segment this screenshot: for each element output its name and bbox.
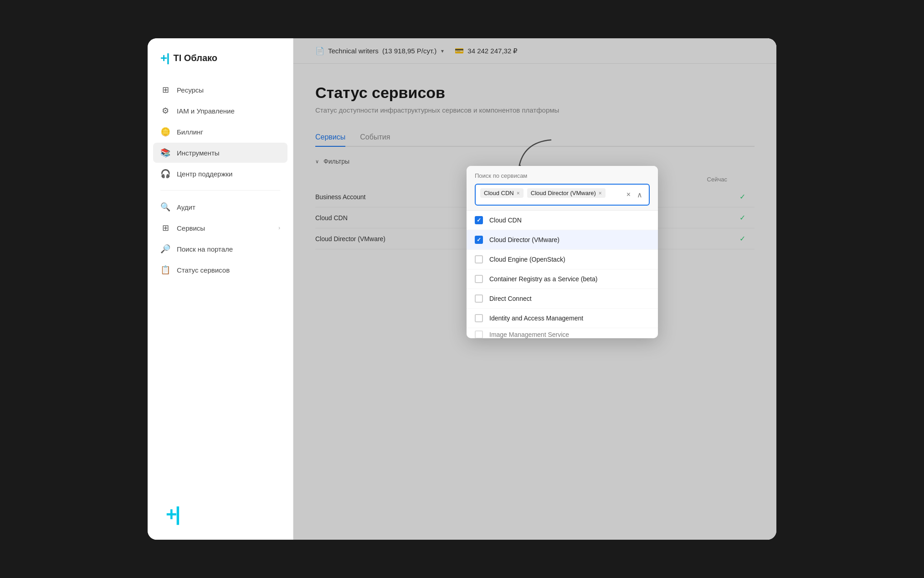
checkbox-iam[interactable] — [475, 314, 483, 322]
sidebar-item-resources[interactable]: ⊞ Ресурсы — [153, 80, 287, 100]
option-cloud-cdn[interactable]: Cloud CDN — [467, 211, 658, 230]
status-icon: 📋 — [160, 265, 170, 275]
checkbox-direct-connect[interactable] — [475, 294, 483, 303]
sidebar-item-services[interactable]: ⊞ Сервисы › — [153, 218, 287, 238]
services-icon: ⊞ — [160, 223, 170, 233]
dropdown-label: Поиск по сервисам — [475, 172, 650, 179]
option-label: Cloud Engine (OpenStack) — [489, 256, 565, 263]
bottom-logo: +| — [166, 503, 179, 525]
tag-label: Cloud CDN — [484, 190, 514, 196]
collapse-button[interactable]: ∧ — [635, 190, 644, 200]
checkbox-cloud-director[interactable] — [475, 236, 483, 244]
dropdown-header: Поиск по сервисам Cloud CDN × Cloud Dire… — [467, 166, 658, 211]
option-direct-connect[interactable]: Direct Connect — [467, 289, 658, 309]
support-icon: 🎧 — [160, 169, 170, 179]
sidebar-item-label: Поиск на портале — [177, 245, 233, 253]
option-cloud-engine[interactable]: Cloud Engine (OpenStack) — [467, 250, 658, 269]
option-label: Identity and Access Management — [489, 315, 583, 322]
iam-icon: ⚙ — [160, 106, 170, 116]
sidebar-item-iam[interactable]: ⚙ IAM и Управление — [153, 101, 287, 121]
dropdown-popup: Поиск по сервисам Cloud CDN × Cloud Dire… — [467, 166, 658, 338]
sidebar-item-label: Статус сервисов — [177, 266, 230, 274]
resources-icon: ⊞ — [160, 85, 170, 95]
logo-icon: +| — [160, 51, 169, 65]
options-list[interactable]: Cloud CDN Cloud Director (VMware) Cloud … — [467, 211, 658, 338]
sidebar-item-label: IAM и Управление — [177, 107, 235, 115]
sidebar-item-audit[interactable]: 🔍 Аудит — [153, 197, 287, 217]
option-container-registry[interactable]: Container Registry as a Service (beta) — [467, 269, 658, 289]
tag-cloud-director: Cloud Director (VMware) × — [527, 188, 606, 198]
sidebar: +| ТI Облако ⊞ Ресурсы ⚙ IAM и Управлени… — [148, 38, 293, 540]
sidebar-item-label: Ресурсы — [177, 86, 204, 94]
option-label: Image Management Service — [489, 331, 569, 338]
app-container: +| ТI Облако ⊞ Ресурсы ⚙ IAM и Управлени… — [148, 38, 776, 540]
chevron-right-icon: › — [278, 225, 280, 231]
option-image-management[interactable]: Image Management Service — [467, 328, 658, 338]
checkbox-cloud-engine[interactable] — [475, 255, 483, 263]
dropdown-input-area[interactable]: Cloud CDN × Cloud Director (VMware) × × … — [475, 184, 650, 206]
audit-icon: 🔍 — [160, 202, 170, 212]
tag-cloud-cdn: Cloud CDN × — [480, 188, 524, 198]
sidebar-nav: ⊞ Ресурсы ⚙ IAM и Управление 🪙 Биллинг 📚… — [148, 80, 293, 280]
tag-label: Cloud Director (VMware) — [531, 190, 596, 196]
option-label: Cloud CDN — [489, 217, 522, 224]
sidebar-item-label: Биллинг — [177, 128, 203, 136]
billing-icon: 🪙 — [160, 127, 170, 137]
search-icon: 🔎 — [160, 244, 170, 254]
dropdown-controls: × ∧ — [625, 190, 644, 200]
sidebar-item-label: Инструменты — [177, 149, 220, 157]
checkbox-image-management[interactable] — [475, 330, 483, 339]
tools-icon: 📚 — [160, 148, 170, 158]
checkbox-cloud-cdn[interactable] — [475, 216, 483, 224]
tag-close-cloud-director[interactable]: × — [599, 191, 602, 196]
sidebar-item-billing[interactable]: 🪙 Биллинг — [153, 122, 287, 142]
option-iam[interactable]: Identity and Access Management — [467, 309, 658, 328]
sidebar-logo: +| ТI Облако — [148, 51, 293, 80]
option-label: Cloud Director (VMware) — [489, 236, 560, 243]
sidebar-item-label: Центр поддержки — [177, 170, 232, 178]
main-content: 📄 Technical writers (13 918,95 Р/сут.) ▾… — [293, 38, 776, 540]
option-cloud-director[interactable]: Cloud Director (VMware) — [467, 230, 658, 250]
nav-divider — [160, 190, 280, 191]
sidebar-item-support[interactable]: 🎧 Центр поддержки — [153, 164, 287, 184]
option-label: Container Registry as a Service (beta) — [489, 275, 597, 283]
sidebar-item-tools[interactable]: 📚 Инструменты — [153, 143, 287, 163]
logo-text: ТI Облако — [173, 53, 217, 63]
option-label: Direct Connect — [489, 295, 532, 302]
sidebar-item-status[interactable]: 📋 Статус сервисов — [153, 260, 287, 280]
clear-button[interactable]: × — [625, 190, 632, 200]
tag-close-cloud-cdn[interactable]: × — [517, 191, 520, 196]
checkbox-container-registry[interactable] — [475, 275, 483, 283]
sidebar-item-label: Аудит — [177, 203, 195, 211]
sidebar-item-search[interactable]: 🔎 Поиск на портале — [153, 239, 287, 259]
sidebar-item-label: Сервисы — [177, 224, 205, 232]
